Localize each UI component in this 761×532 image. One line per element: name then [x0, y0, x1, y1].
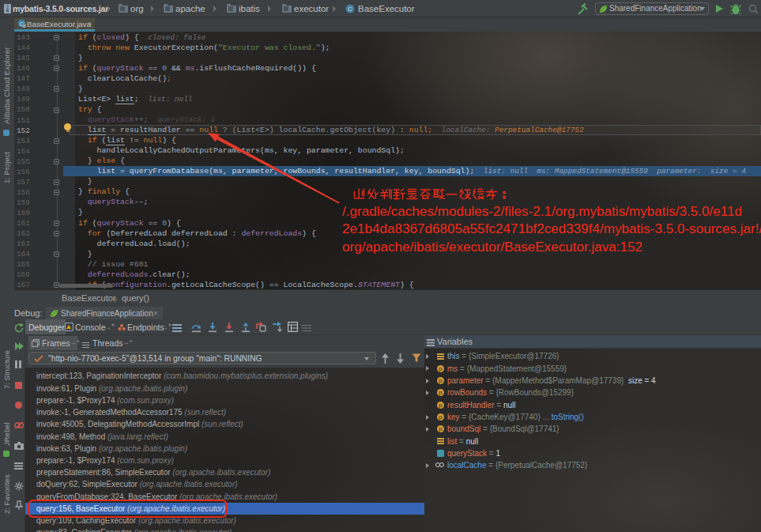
- svg-text:C: C: [348, 6, 352, 13]
